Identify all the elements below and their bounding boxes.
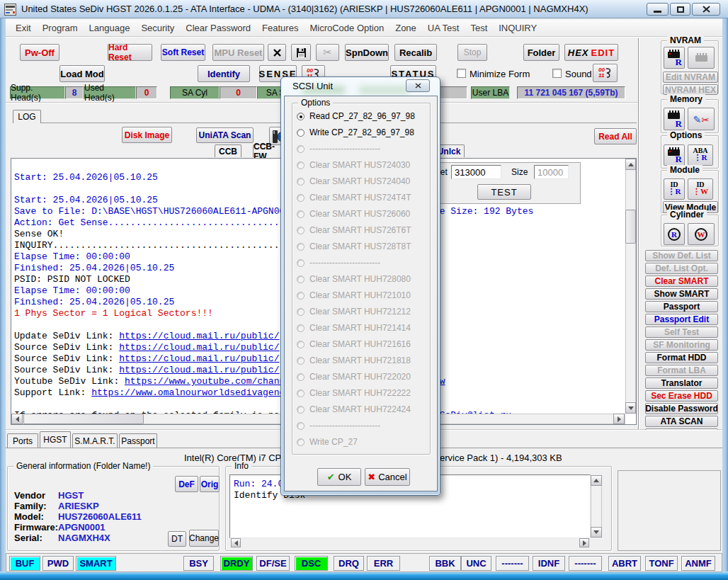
- tab-ccb[interactable]: CCB: [215, 144, 241, 157]
- sidebar-action-button[interactable]: ATA SCAN: [645, 416, 718, 427]
- sidebar-action-button[interactable]: Self Test: [645, 326, 718, 338]
- tab-log[interactable]: LOG: [13, 110, 41, 123]
- size-input[interactable]: 10000: [534, 165, 569, 179]
- folder-button[interactable]: Folder: [523, 44, 559, 61]
- def-button[interactable]: DeF: [175, 476, 198, 492]
- sidebar-action-button[interactable]: Disable Password: [645, 403, 718, 414]
- minimize-form-checkbox[interactable]: [457, 69, 466, 78]
- hscroll-thumb[interactable]: [23, 414, 144, 424]
- cylinder-write-button[interactable]: W: [688, 223, 715, 245]
- tools-button[interactable]: ✂: [316, 44, 339, 61]
- log-vscrollbar[interactable]: [625, 159, 636, 414]
- menu-item[interactable]: Exit: [10, 23, 37, 33]
- minimize-button[interactable]: [647, 3, 669, 16]
- dialog-option[interactable]: Clear SMART HUH722424: [297, 404, 415, 414]
- change-button[interactable]: Change: [189, 530, 219, 547]
- sidebar-action-button[interactable]: Translator: [645, 377, 718, 389]
- dialog-option[interactable]: Clear SMART HUS724030: [297, 160, 415, 170]
- sidebar-action-button[interactable]: Passport: [645, 301, 718, 312]
- dialog-option[interactable]: Clear SMART HUH721212: [297, 307, 415, 317]
- disk-image-button[interactable]: Disk Image: [122, 127, 172, 143]
- log-link[interactable]: https://cloud.mail.ru/public/: [119, 331, 279, 341]
- uniata-scan-button[interactable]: UniATA Scan: [196, 127, 254, 143]
- info-scroll-right[interactable]: [579, 538, 589, 547]
- load-mod-button[interactable]: Load Mod: [59, 65, 105, 82]
- scroll-down-button[interactable]: [625, 402, 636, 414]
- menu-item[interactable]: Test: [465, 23, 493, 33]
- dialog-option[interactable]: Clear SMART HUS724T4T: [297, 193, 415, 203]
- log-link[interactable]: https://cloud.mail.ru/public/: [119, 342, 279, 353]
- dialog-option[interactable]: Clear SMART HUS724040: [297, 176, 415, 186]
- edit-nvram-button[interactable]: Edit NVRAM: [663, 72, 718, 83]
- dialog-close-button[interactable]: [406, 79, 430, 92]
- soft-reset-button[interactable]: Soft Reset: [161, 44, 205, 61]
- dialog-option[interactable]: -------------------------: [297, 258, 415, 268]
- sidebar-action-button[interactable]: Show SMART: [645, 288, 718, 300]
- dialog-option[interactable]: Read CP_27_82_96_97_98: [297, 111, 415, 121]
- sidebar-action-button[interactable]: Def. List Opt.: [645, 263, 718, 274]
- offset-input[interactable]: 313000: [451, 165, 501, 179]
- mpu-reset-button[interactable]: MPU Reset: [212, 44, 264, 61]
- scroll-left-button[interactable]: [11, 414, 23, 424]
- nvram-write-button[interactable]: [688, 47, 715, 69]
- dt-button[interactable]: DT: [168, 531, 186, 547]
- dialog-option[interactable]: Clear SMART HUH728080: [297, 274, 415, 284]
- dialog-option[interactable]: Clear SMART HUH722222: [297, 388, 415, 398]
- cylinder-read-button[interactable]: R: [664, 223, 685, 245]
- menu-item[interactable]: MicroCode Option: [304, 23, 389, 33]
- memory-edit-button[interactable]: ✎✂: [688, 108, 715, 130]
- dialog-cancel-button[interactable]: ✖Cancel: [365, 468, 410, 486]
- maximize-button[interactable]: [670, 3, 690, 16]
- scroll-up-button[interactable]: [625, 159, 636, 170]
- scroll-thumb[interactable]: [625, 210, 636, 244]
- tab-hgst[interactable]: HGST: [40, 431, 71, 448]
- test-button[interactable]: TEST: [477, 184, 531, 200]
- info-scroll-up[interactable]: [591, 475, 602, 486]
- dialog-option[interactable]: -------------------------: [297, 421, 415, 431]
- orig-button[interactable]: Orig: [200, 476, 220, 492]
- sidebar-action-button[interactable]: Format LBA: [645, 365, 718, 376]
- dialog-option[interactable]: Write CP_27_82_96_97_98: [297, 127, 415, 137]
- sidebar-action-button[interactable]: SF Monitoring: [645, 339, 718, 351]
- hard-reset-button[interactable]: Hard Reset: [108, 44, 152, 61]
- abort-x-button[interactable]: [268, 44, 286, 61]
- tab-ports[interactable]: Ports: [7, 433, 38, 448]
- module-id-write-button[interactable]: ID⋮W: [688, 178, 713, 200]
- info-scroll-down[interactable]: [591, 527, 602, 538]
- log-link[interactable]: https://cloud.mail.ru/public/: [119, 365, 279, 375]
- dialog-ok-button[interactable]: ✔OK: [317, 468, 361, 486]
- dialog-option[interactable]: Clear SMART HUH721010: [297, 290, 415, 300]
- info-scroll-left[interactable]: [231, 538, 241, 547]
- nvram-read-button[interactable]: R: [664, 47, 685, 69]
- recalib-button[interactable]: Recalib: [394, 44, 437, 61]
- sidebar-action-button[interactable]: Passport Edit: [645, 314, 718, 325]
- read-all-button[interactable]: Read All: [594, 128, 637, 144]
- sidebar-action-button[interactable]: Show Def. List: [645, 250, 718, 261]
- stop-button[interactable]: Stop: [457, 44, 487, 61]
- sound-0011-button[interactable]: 0011: [593, 64, 618, 82]
- sidebar-action-button[interactable]: Format HDD: [645, 352, 718, 363]
- sidebar-action-button[interactable]: Sec Erase HDD: [645, 390, 718, 402]
- close-button[interactable]: [692, 3, 720, 16]
- menu-item[interactable]: Zone: [389, 23, 422, 33]
- dialog-option[interactable]: Clear SMART HUS728T8T: [297, 241, 415, 251]
- menu-item[interactable]: Security: [135, 23, 180, 33]
- menu-item[interactable]: INQUIRY: [493, 23, 542, 33]
- save-button[interactable]: [291, 44, 311, 61]
- menu-item[interactable]: Clear Password: [180, 23, 256, 33]
- dialog-option[interactable]: Clear SMART HUS726060: [297, 209, 415, 219]
- module-id-read-button[interactable]: ID⋮R: [664, 178, 685, 200]
- tab-smart[interactable]: S.M.A.R.T.: [72, 433, 118, 448]
- menu-item[interactable]: Language: [84, 23, 136, 33]
- options-read-button[interactable]: R: [664, 144, 685, 166]
- log-link[interactable]: https://www.omalnourworldsedivagency.com: [91, 387, 312, 398]
- tab-passport[interactable]: Passport: [119, 433, 157, 448]
- sidebar-action-button[interactable]: Clear SMART: [645, 275, 718, 287]
- sidebar-action-button[interactable]: [645, 428, 718, 430]
- memory-read-button[interactable]: R: [664, 108, 685, 130]
- dialog-option[interactable]: Clear SMART HUH721616: [297, 339, 415, 349]
- sound-checkbox[interactable]: [552, 69, 562, 78]
- dialog-option[interactable]: Write CP_27: [297, 437, 415, 447]
- dialog-option[interactable]: Clear SMART HUH722020: [297, 372, 415, 382]
- dialog-option[interactable]: -------------------------: [297, 144, 415, 154]
